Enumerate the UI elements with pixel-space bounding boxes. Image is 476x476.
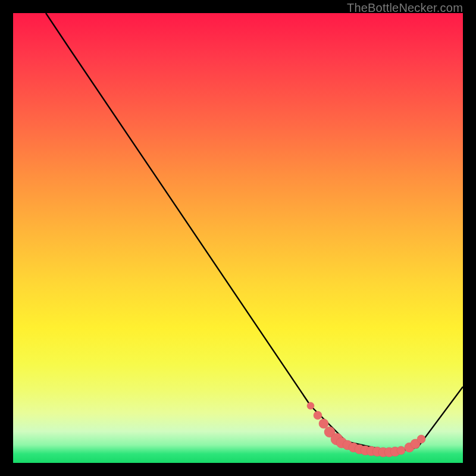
marker-dot bbox=[417, 435, 425, 443]
marker-dot bbox=[314, 411, 322, 419]
chart-svg bbox=[13, 13, 463, 463]
chart-stage: TheBottleNecker.com bbox=[0, 0, 476, 476]
marker-dot bbox=[397, 446, 405, 455]
optimal-region-markers bbox=[307, 402, 425, 457]
bottleneck-curve bbox=[46, 13, 463, 452]
plot-area bbox=[13, 13, 463, 463]
marker-dot bbox=[307, 402, 314, 409]
marker-dot bbox=[319, 419, 328, 428]
